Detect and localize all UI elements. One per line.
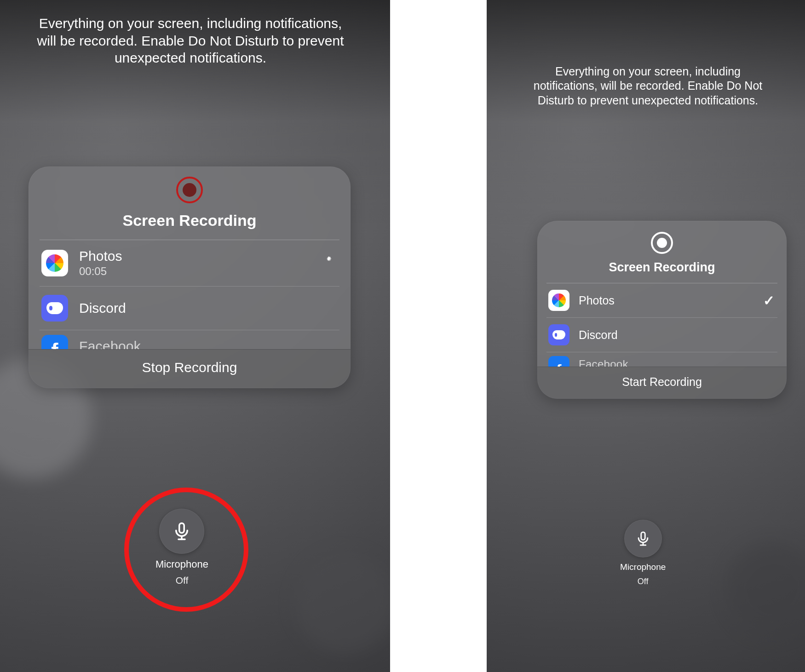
facebook-app-icon [41, 335, 68, 349]
list-item[interactable]: Facebook [546, 352, 777, 367]
checkmark-icon: ✓ [763, 293, 775, 309]
record-indicator-icon [176, 177, 203, 203]
stop-recording-button[interactable]: Stop Recording [29, 349, 351, 388]
microphone-button[interactable] [159, 509, 204, 554]
microphone-icon [635, 531, 651, 546]
loading-spinner-icon [322, 256, 336, 270]
card-title: Screen Recording [609, 260, 715, 275]
app-name: Photos [579, 294, 763, 307]
list-item[interactable]: Discord [40, 286, 339, 330]
card-header: Screen Recording [537, 221, 787, 283]
microphone-state: Off [638, 577, 649, 586]
photos-app-icon [41, 250, 68, 276]
discord-app-icon [548, 324, 569, 345]
photos-app-icon [548, 290, 569, 311]
app-name: Discord [79, 300, 336, 316]
app-name: Discord [579, 328, 775, 342]
microphone-label: Microphone [620, 562, 666, 572]
phone-left-screen: Everything on your screen, including not… [0, 0, 390, 672]
app-name: Facebook [579, 356, 775, 367]
discord-app-icon [41, 295, 68, 322]
list-item[interactable]: Photos ✓ [546, 283, 777, 317]
microphone-icon [172, 522, 191, 541]
facebook-app-icon [548, 356, 569, 367]
microphone-label: Microphone [155, 558, 208, 570]
microphone-button[interactable] [624, 520, 662, 557]
screen-recording-card: Screen Recording Photos 00:05 [29, 167, 351, 388]
app-name: Photos [79, 248, 322, 264]
app-name: Facebook [79, 335, 336, 349]
svg-rect-3 [641, 532, 645, 540]
microphone-toggle[interactable]: Microphone Off [620, 520, 666, 586]
recording-timer: 00:05 [79, 265, 322, 278]
card-title: Screen Recording [123, 212, 257, 230]
microphone-toggle[interactable]: Microphone Off [155, 509, 208, 586]
svg-rect-0 [179, 523, 184, 533]
list-item[interactable]: Photos 00:05 [40, 240, 339, 286]
card-header: Screen Recording [29, 167, 351, 240]
recording-instruction: Everything on your screen, including not… [34, 15, 347, 67]
destination-app-list[interactable]: Photos 00:05 [29, 240, 351, 349]
screenshot-separator [390, 0, 487, 672]
list-item[interactable]: Facebook [40, 330, 339, 349]
microphone-state: Off [176, 575, 189, 586]
list-item[interactable]: Discord [546, 317, 777, 352]
phone-right-screen: Everything on your screen, including not… [487, 0, 805, 672]
recording-instruction: Everything on your screen, including not… [523, 64, 773, 108]
record-indicator-icon [651, 232, 673, 254]
start-recording-button[interactable]: Start Recording [537, 367, 787, 399]
destination-app-list[interactable]: Photos ✓ Discord Facebook [537, 283, 787, 367]
screen-recording-card: Screen Recording Photos ✓ Discord [537, 221, 787, 399]
